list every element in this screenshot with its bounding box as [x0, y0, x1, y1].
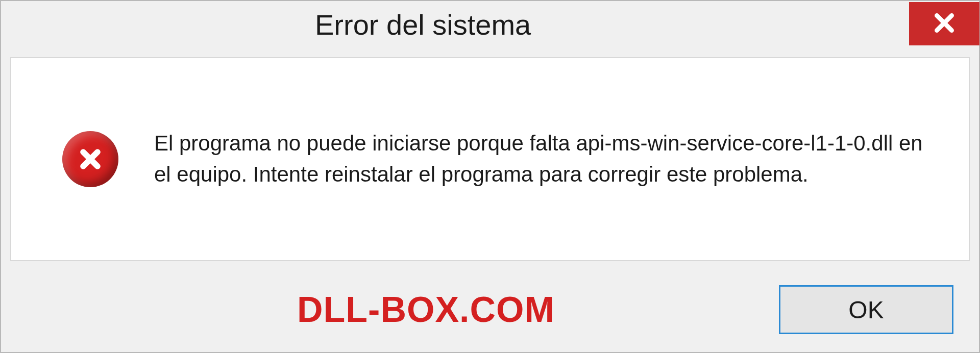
dialog-footer: DLL-BOX.COM OK — [1, 285, 979, 334]
close-icon — [932, 10, 957, 38]
ok-button[interactable]: OK — [779, 285, 953, 334]
error-message: El programa no puede iniciarse porque fa… — [154, 128, 923, 190]
error-circle-x-icon — [62, 131, 118, 187]
error-icon-wrap — [62, 131, 118, 187]
ok-button-label: OK — [848, 296, 884, 324]
close-button[interactable] — [909, 2, 979, 45]
error-dialog: Error del sistema El programa no puede i… — [0, 0, 980, 353]
titlebar: Error del sistema — [1, 1, 979, 48]
dialog-title: Error del sistema — [315, 8, 531, 41]
watermark-text: DLL-BOX.COM — [297, 289, 555, 330]
content-panel: El programa no puede iniciarse porque fa… — [10, 57, 970, 261]
